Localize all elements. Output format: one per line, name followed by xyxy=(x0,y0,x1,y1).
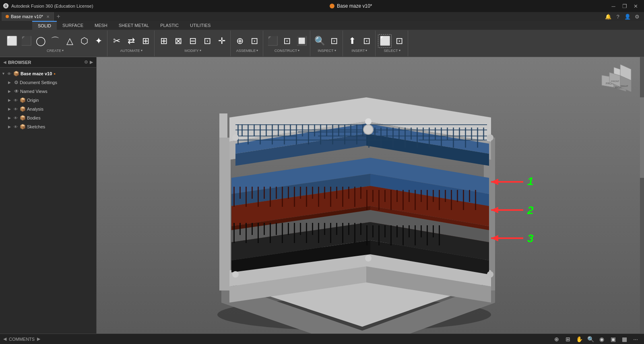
modify-btn5[interactable]: ✛ xyxy=(215,34,229,48)
pan-btn[interactable]: ✋ xyxy=(574,335,584,343)
tab-label: Base maze v10* xyxy=(11,14,43,19)
ribbon-tab-mesh[interactable]: MESH xyxy=(89,21,113,30)
toolbar-group-automate: ✂ ⇄ ⊞ AUTOMATE ▾ xyxy=(108,31,155,56)
svg-rect-86 xyxy=(294,187,295,207)
construct-dropdown-icon[interactable]: ▾ xyxy=(298,49,299,52)
svg-rect-146 xyxy=(366,225,367,245)
tree-label-doc: Document Settings xyxy=(20,80,57,85)
tree-eye-bodies[interactable]: 👁 xyxy=(14,116,18,120)
more-viewport-btn[interactable]: ··· xyxy=(630,335,641,343)
tree-item-sketches[interactable]: ▶ 👁 📦 Sketches xyxy=(0,122,96,131)
tree-label-sketches: Sketches xyxy=(27,124,45,129)
display-mode-btn[interactable]: ▣ xyxy=(608,335,618,343)
svg-rect-29 xyxy=(308,124,309,144)
modify-dropdown-icon[interactable]: ▾ xyxy=(200,49,201,52)
create-loft-btn[interactable]: △ xyxy=(63,34,76,48)
insert-btn1[interactable]: ⬆ xyxy=(345,34,359,48)
browser-expand-icon[interactable]: ▶ xyxy=(90,60,93,65)
new-tab-button[interactable]: + xyxy=(54,12,63,21)
svg-rect-25 xyxy=(284,124,285,144)
view-cube[interactable]: FRONT RIGHT xyxy=(606,64,634,92)
tab-close-icon[interactable]: ✕ xyxy=(46,14,50,19)
notifications-icon[interactable]: 🔔 xyxy=(604,12,613,21)
tree-item-analysis[interactable]: ▶ 👁 📦 Analysis xyxy=(0,105,96,113)
orbit-btn[interactable]: ⊞ xyxy=(563,335,573,343)
svg-rect-88 xyxy=(306,187,307,207)
assemble-btn2[interactable]: ⊡ xyxy=(248,34,261,48)
inspect-btn2[interactable]: ⊡ xyxy=(327,34,341,48)
comments-expand-icon[interactable]: ▶ xyxy=(37,336,40,342)
insert-label: INSERT ▾ xyxy=(352,49,367,53)
tree-icon-origin: 📦 xyxy=(20,97,26,103)
select-btn2[interactable]: ⊡ xyxy=(392,34,406,48)
look-at-btn[interactable]: ◉ xyxy=(597,335,607,343)
create-freeform-btn[interactable]: ⬡ xyxy=(77,34,91,48)
select-btn1[interactable]: ⬜ xyxy=(378,34,392,48)
tree-eye-root[interactable]: 👁 xyxy=(7,72,11,76)
select-dropdown-icon[interactable]: ▾ xyxy=(399,49,400,52)
tree-item-bodies[interactable]: ▶ 👁 📦 Bodies xyxy=(0,113,96,122)
tree-arrow-root: ▼ xyxy=(2,72,6,76)
ribbon-tab-utilities[interactable]: UTILITIES xyxy=(184,21,216,30)
toolbar-group-create: ⬜ ⬛ ◯ ⌒ △ ⬡ ✦ CREATE ▾ xyxy=(3,31,107,56)
create-sweep-btn[interactable]: ⌒ xyxy=(48,34,62,48)
ribbon-tab-sheet-metal[interactable]: SHEET METAL xyxy=(113,21,155,30)
ribbon-tab-surface[interactable]: SURFACE xyxy=(57,21,89,30)
svg-rect-50 xyxy=(435,128,436,140)
help-icon[interactable]: ? xyxy=(613,12,622,21)
viewport[interactable]: 1 2 3 FRONT RIGHT FRONT xyxy=(97,57,644,334)
assemble-btn1[interactable]: ⊕ xyxy=(233,34,247,48)
automate-btn1[interactable]: ✂ xyxy=(110,34,124,48)
construct-btn2[interactable]: ⊡ xyxy=(280,34,294,48)
modify-btn1[interactable]: ⊞ xyxy=(157,34,171,48)
tree-icon-sketches: 📦 xyxy=(20,124,26,130)
create-extrude-btn[interactable]: ⬛ xyxy=(19,34,33,48)
fit-view-btn[interactable]: ⊕ xyxy=(551,335,562,343)
modify-btn2[interactable]: ⊠ xyxy=(171,34,185,48)
zoom-btn[interactable]: 🔍 xyxy=(585,335,596,343)
close-button[interactable]: ✕ xyxy=(631,2,641,10)
tree-item-root[interactable]: ▼ 👁 📦 Base maze v10 ● xyxy=(0,69,96,78)
tree-eye-origin[interactable]: 👁 xyxy=(14,98,18,103)
create-revolve-btn[interactable]: ◯ xyxy=(34,34,47,48)
comments-toggle-icon[interactable]: ◀ xyxy=(3,336,6,342)
automate-dropdown-icon[interactable]: ▾ xyxy=(141,49,142,52)
construct-btn3[interactable]: 🔲 xyxy=(295,34,308,48)
tab-base-maze[interactable]: Base maze v10* ✕ xyxy=(2,12,54,21)
svg-rect-85 xyxy=(288,187,289,199)
inspect-btn1[interactable]: 🔍 xyxy=(313,34,326,48)
svg-rect-90 xyxy=(318,187,319,207)
browser-collapse-icon[interactable]: ◀ xyxy=(3,60,6,64)
modify-btn3[interactable]: ⊟ xyxy=(186,34,200,48)
tree-eye-sketches[interactable]: 👁 xyxy=(14,125,18,129)
create-new-component-btn[interactable]: ⬜ xyxy=(5,34,19,48)
browser-settings-icon[interactable]: ⚙ xyxy=(84,60,88,65)
modify-btn4[interactable]: ⊡ xyxy=(200,34,214,48)
settings-icon[interactable]: ⚙ xyxy=(633,12,642,21)
maximize-button[interactable]: ❐ xyxy=(620,2,630,10)
svg-point-159 xyxy=(232,134,239,141)
create-dropdown-icon[interactable]: ▾ xyxy=(62,49,64,52)
tree-item-named-views[interactable]: ▶ 👁 Named Views xyxy=(0,87,96,96)
inspect-dropdown-icon[interactable]: ▾ xyxy=(334,49,336,52)
create-more-btn[interactable]: ✦ xyxy=(92,34,105,48)
insert-dropdown-icon[interactable]: ▾ xyxy=(365,49,367,52)
assemble-dropdown-icon[interactable]: ▾ xyxy=(256,49,258,52)
svg-rect-132 xyxy=(282,223,283,243)
automate-btn3[interactable]: ⊞ xyxy=(139,34,153,48)
minimize-button[interactable]: ─ xyxy=(609,2,618,10)
ribbon-tab-solid[interactable]: SOLID xyxy=(32,21,57,30)
tree-eye-analysis[interactable]: 👁 xyxy=(14,107,18,111)
svg-rect-84 xyxy=(282,187,283,207)
ribbon-tab-plastic[interactable]: PLASTIC xyxy=(155,21,184,30)
svg-rect-158 xyxy=(439,225,440,245)
create-buttons: ⬜ ⬛ ◯ ⌒ △ ⬡ ✦ xyxy=(5,34,105,48)
svg-rect-63 xyxy=(235,136,296,136)
automate-btn2[interactable]: ⇄ xyxy=(124,34,138,48)
insert-btn2[interactable]: ⊡ xyxy=(360,34,374,48)
grid-btn[interactable]: ▦ xyxy=(619,335,630,343)
tree-item-origin[interactable]: ▶ 👁 📦 Origin xyxy=(0,96,96,105)
construct-btn1[interactable]: ⬛ xyxy=(266,34,279,48)
tree-item-doc-settings[interactable]: ▶ ⚙ Document Settings xyxy=(0,78,96,87)
account-icon[interactable]: 👤 xyxy=(623,12,632,21)
